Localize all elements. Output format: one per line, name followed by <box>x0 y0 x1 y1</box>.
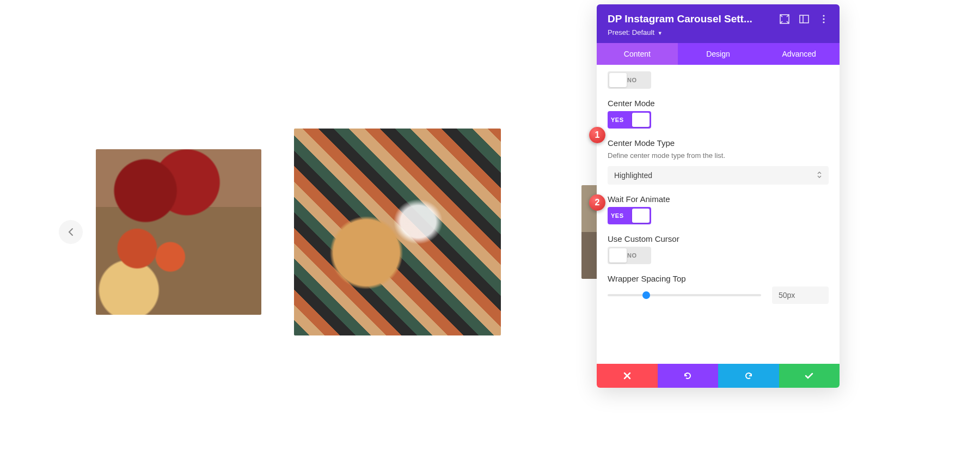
carousel-track <box>96 129 501 335</box>
center-mode-label: Center Mode <box>608 99 829 108</box>
panel-body[interactable]: NO Center Mode YES Center Mode Type Defi… <box>597 65 840 364</box>
wait-animate-toggle[interactable]: YES <box>608 207 651 224</box>
wait-animate-label: Wait For Animate <box>608 194 829 204</box>
svg-point-4 <box>823 18 824 20</box>
center-mode-toggle[interactable]: YES <box>608 111 651 129</box>
carousel-preview <box>0 0 597 464</box>
undo-icon <box>683 371 693 381</box>
toggle-knob <box>609 73 627 87</box>
toggle-knob <box>632 113 650 127</box>
select-caret-icon <box>817 171 822 180</box>
custom-cursor-toggle[interactable]: NO <box>608 247 651 264</box>
center-mode-type-desc: Define center mode type from the list. <box>608 151 829 161</box>
save-button[interactable] <box>779 364 840 388</box>
more-vertical-icon[interactable] <box>819 14 829 24</box>
select-value: Highlighted <box>614 171 652 180</box>
chevron-left-icon <box>68 228 74 236</box>
panel-title: DP Instagram Carousel Sett... <box>608 13 775 25</box>
annotation-badge-2: 2 <box>589 194 605 211</box>
preset-selector[interactable]: Preset: Default ▼ <box>608 28 829 36</box>
preset-label: Preset: <box>608 28 630 36</box>
redo-button[interactable] <box>718 364 779 388</box>
cancel-button[interactable] <box>597 364 658 388</box>
wrapper-spacing-input[interactable] <box>772 286 829 304</box>
toggle-knob <box>632 209 650 223</box>
preset-value: Default <box>632 28 654 36</box>
tab-advanced[interactable]: Advanced <box>758 43 840 65</box>
annotation-badge-1: 1 <box>589 127 605 143</box>
tab-design[interactable]: Design <box>678 43 759 65</box>
layout-icon[interactable] <box>799 14 809 24</box>
settings-panel: DP Instagram Carousel Sett... Preset: De… <box>597 4 840 388</box>
center-mode-type-label: Center Mode Type <box>608 138 829 148</box>
carousel-slide-active[interactable] <box>294 129 501 335</box>
toggle-knob <box>609 248 627 262</box>
wrapper-spacing-label: Wrapper Spacing Top <box>608 274 829 283</box>
close-icon <box>623 372 631 380</box>
redo-icon <box>744 371 754 381</box>
panel-footer <box>597 364 840 388</box>
undo-button[interactable] <box>658 364 719 388</box>
slider-thumb[interactable] <box>642 291 650 299</box>
caret-down-icon: ▼ <box>658 30 663 36</box>
tabs: Content Design Advanced <box>597 43 840 65</box>
center-mode-type-select[interactable]: Highlighted <box>608 166 829 185</box>
check-icon <box>805 372 813 380</box>
svg-rect-1 <box>800 15 808 23</box>
custom-cursor-label: Use Custom Cursor <box>608 234 829 243</box>
wrapper-spacing-slider[interactable] <box>608 294 761 296</box>
carousel-prev-button[interactable] <box>59 220 83 244</box>
carousel-slide[interactable] <box>96 149 261 315</box>
panel-header: DP Instagram Carousel Sett... Preset: De… <box>597 4 840 43</box>
toggle-unknown[interactable]: NO <box>608 71 651 89</box>
svg-point-5 <box>823 21 824 23</box>
svg-point-3 <box>823 15 824 16</box>
expand-icon[interactable] <box>780 14 789 24</box>
tab-content[interactable]: Content <box>597 43 678 65</box>
